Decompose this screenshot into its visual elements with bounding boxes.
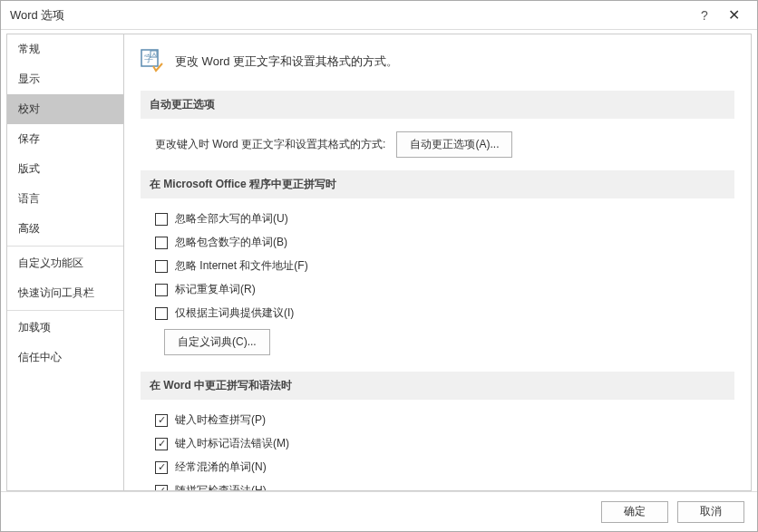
checkbox-row: 键入时检查拼写(P) [141,412,734,428]
help-button[interactable]: ? [690,8,719,23]
checkbox-label: 忽略 Internet 和文件地址(F) [175,258,308,274]
section-autocorrect-header: 自动更正选项 [141,91,734,119]
checkbox-row: 标记重复单词(R) [141,282,734,297]
custom-dictionaries-row: 自定义词典(C)... [141,329,734,355]
sidebar-item-layout[interactable]: 版式 [7,154,123,184]
checkbox-flag-repeated[interactable] [155,284,168,296]
checkbox-label: 键入时标记语法错误(M) [175,436,289,451]
sidebar-item-customize-ribbon[interactable]: 自定义功能区 [7,248,123,278]
sidebar-item-label: 常规 [18,43,40,55]
checkbox-row: 忽略包含数字的单词(B) [141,235,734,250]
sidebar-item-label: 语言 [18,192,40,205]
sidebar-item-proofing[interactable]: 校对 [7,94,123,124]
sidebar-item-label: 加载项 [18,321,51,334]
sidebar-separator [7,310,123,311]
sidebar-item-language[interactable]: 语言 [7,184,123,214]
page-header-text: 更改 Word 更正文字和设置其格式的方式。 [175,53,398,70]
sidebar-item-label: 信任中心 [18,351,62,363]
checkbox-row: 忽略全部大写的单词(U) [141,211,734,227]
sidebar-item-trust-center[interactable]: 信任中心 [7,343,123,372]
content-panel: 字 A 更改 Word 更正文字和设置其格式的方式。 自动更正选项 更改键入时 … [124,34,752,491]
checkbox-row: 忽略 Internet 和文件地址(F) [141,258,734,274]
checkbox-label: 经常混淆的单词(N) [175,459,267,475]
sidebar-item-save[interactable]: 保存 [7,124,123,154]
autocorrect-row: 更改键入时 Word 更正文字和设置其格式的方式: 自动更正选项(A)... [141,131,734,158]
checkbox-confused-words[interactable] [155,461,168,474]
checkbox-ignore-internet[interactable] [155,260,168,273]
checkbox-ignore-numbers[interactable] [155,237,168,249]
checkbox-label: 随拼写检查语法(H) [175,483,267,491]
checkbox-label: 忽略全部大写的单词(U) [175,211,288,227]
cancel-button[interactable]: 取消 [677,501,744,523]
svg-text:A: A [152,52,156,57]
sidebar-item-advanced[interactable]: 高级 [7,214,123,244]
sidebar-item-label: 快速访问工具栏 [18,286,94,299]
sidebar-item-label: 显示 [18,73,40,85]
close-button[interactable]: ✕ [719,6,748,24]
checkbox-ignore-uppercase[interactable] [155,213,168,226]
window-title: Word 选项 [10,7,690,24]
autocorrect-description: 更改键入时 Word 更正文字和设置其格式的方式: [155,137,385,152]
checkbox-row: 键入时标记语法错误(M) [141,436,734,451]
sidebar-item-label: 保存 [18,132,40,145]
sidebar-item-label: 版式 [18,162,40,175]
word-options-dialog: Word 选项 ? ✕ 常规 显示 校对 保存 版式 语言 高级 自定义功能区 … [0,0,758,532]
ok-button[interactable]: 确定 [601,501,668,523]
sidebar-item-label: 自定义功能区 [18,256,83,269]
checkbox-main-dictionary-only[interactable] [155,307,168,320]
sidebar-item-label: 校对 [18,102,40,115]
dialog-body: 常规 显示 校对 保存 版式 语言 高级 自定义功能区 快速访问工具栏 加载项 … [1,30,757,491]
sidebar-item-addins[interactable]: 加载项 [7,313,123,343]
sidebar-item-quick-access[interactable]: 快速访问工具栏 [7,278,123,308]
titlebar: Word 选项 ? ✕ [1,1,757,30]
checkbox-label: 忽略包含数字的单词(B) [175,235,287,250]
proofing-icon: 字 A [141,49,166,74]
dialog-footer: 确定 取消 [1,491,757,531]
sidebar-item-label: 高级 [18,222,40,235]
checkbox-label: 仅根据主词典提供建议(I) [175,305,294,321]
checkbox-row: 经常混淆的单词(N) [141,459,734,475]
sidebar-item-general[interactable]: 常规 [7,34,123,64]
section-office-spelling-header: 在 Microsoft Office 程序中更正拼写时 [141,170,734,198]
checkbox-check-spelling-typing[interactable] [155,414,168,427]
custom-dictionaries-button[interactable]: 自定义词典(C)... [164,329,270,355]
checkbox-grammar-with-spelling[interactable] [155,485,168,492]
page-header: 字 A 更改 Word 更正文字和设置其格式的方式。 [141,49,734,74]
sidebar-item-display[interactable]: 显示 [7,64,123,94]
category-sidebar: 常规 显示 校对 保存 版式 语言 高级 自定义功能区 快速访问工具栏 加载项 … [6,34,124,491]
checkbox-label: 标记重复单词(R) [175,282,256,297]
sidebar-separator [7,246,123,247]
autocorrect-options-button[interactable]: 自动更正选项(A)... [396,131,512,158]
checkbox-label: 键入时检查拼写(P) [175,412,266,428]
checkbox-row: 随拼写检查语法(H) [141,483,734,491]
section-word-spelling-header: 在 Word 中更正拼写和语法时 [141,372,734,400]
checkbox-row: 仅根据主词典提供建议(I) [141,305,734,321]
checkbox-mark-grammar-typing[interactable] [155,438,168,450]
